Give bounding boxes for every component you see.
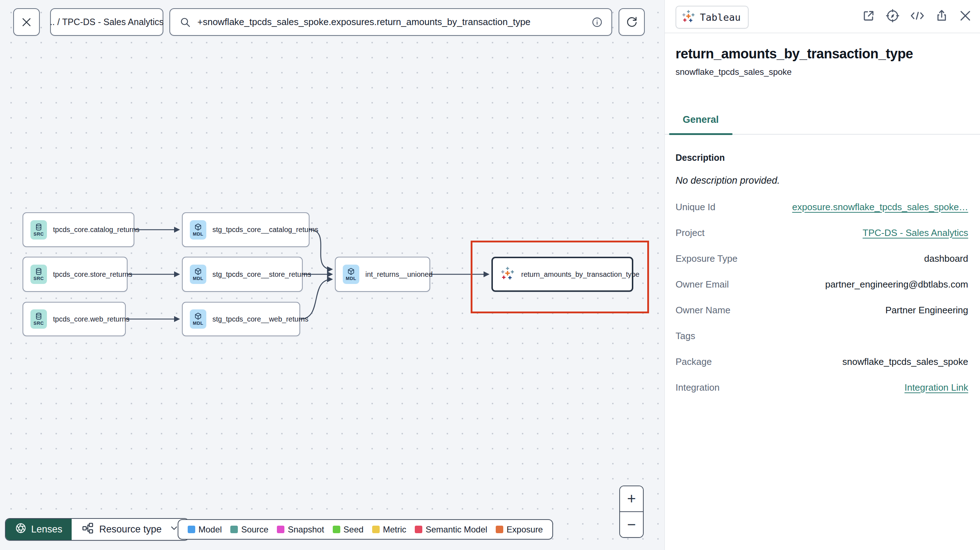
detail-row-project: ProjectTPC-DS - Sales Analytics	[676, 220, 968, 246]
legend-item-semantic-model: Semantic Model	[415, 525, 487, 535]
graph-node-stg_store[interactable]: MDLstg_tpcds_core__store_returns	[182, 257, 303, 292]
legend-item-model: Model	[188, 525, 222, 535]
node-label: tpcds_core.catalog_returns	[53, 226, 139, 234]
graph-node-src_catalog[interactable]: SRCtpcds_core.catalog_returns	[22, 212, 134, 247]
legend-label: Exposure	[506, 525, 542, 535]
aperture-icon	[15, 523, 27, 536]
detail-value: partner_engineering@dbtlabs.com	[825, 279, 968, 290]
detail-row-unique-id: Unique Idexposure.snowflake_tpcds_sales_…	[676, 194, 968, 220]
description-empty-text: No description provided.	[676, 175, 968, 186]
breadcrumb[interactable]: .. / TPC-DS - Sales Analytics	[50, 8, 163, 36]
detail-label: Owner Email	[676, 279, 729, 290]
lenses-toolbar: Lenses Resource type	[5, 518, 189, 541]
legend-item-exposure: Exposure	[496, 525, 542, 535]
model-badge-icon: MDL	[343, 265, 359, 284]
legend-swatch	[333, 526, 340, 533]
close-icon	[21, 16, 33, 28]
explore-compass-icon[interactable]	[885, 9, 900, 23]
node-label: int_returns__unioned	[365, 270, 433, 278]
detail-value: exposure.snowflake_tpcds_sales_spoke…	[792, 202, 968, 213]
detail-link[interactable]: exposure.snowflake_tpcds_sales_spoke…	[792, 202, 968, 212]
legend-label: Snapshot	[288, 525, 324, 535]
source-badge-icon: SRC	[30, 309, 47, 329]
details-panel: Tableau	[665, 0, 980, 550]
graph-node-stg_catalog[interactable]: MDLstg_tpcds_core__catalog_returns	[182, 212, 309, 247]
lenses-button[interactable]: Lenses	[6, 519, 72, 540]
zoom-out-button[interactable]: −	[620, 512, 643, 537]
resource-type-legend: ModelSourceSnapshotSeedMetricSemantic Mo…	[178, 519, 553, 540]
graph-node-src_web[interactable]: SRCtpcds_core.web_returns	[22, 302, 126, 336]
detail-label: Exposure Type	[676, 253, 738, 264]
tableau-logo-icon	[681, 9, 695, 25]
node-label: stg_tpcds_core__store_returns	[212, 270, 311, 278]
detail-label: Project	[676, 227, 705, 238]
panel-header: Tableau	[665, 0, 980, 33]
detail-row-integration: IntegrationIntegration Link	[676, 375, 968, 400]
graph-node-exposure[interactable]: return_amounts_by_transaction_type	[492, 257, 633, 292]
node-label: stg_tpcds_core__catalog_returns	[212, 226, 318, 234]
zoom-in-button[interactable]: +	[620, 486, 643, 512]
legend-label: Source	[241, 525, 268, 535]
legend-label: Metric	[383, 525, 406, 535]
node-label: stg_tpcds_core__web_returns	[212, 315, 309, 323]
resource-type-dropdown[interactable]: Resource type	[72, 519, 188, 540]
search-icon	[180, 16, 191, 28]
resource-type-icon	[82, 522, 94, 537]
lineage-search	[169, 8, 612, 36]
lineage-edge	[309, 230, 332, 270]
legend-label: Semantic Model	[426, 525, 487, 535]
detail-label: Owner Name	[676, 305, 730, 316]
legend-item-seed: Seed	[333, 525, 364, 535]
share-icon[interactable]	[935, 9, 948, 22]
legend-item-source: Source	[230, 525, 268, 535]
node-label: tpcds_core.store_returns	[53, 270, 132, 278]
details-list: Unique Idexposure.snowflake_tpcds_sales_…	[676, 194, 968, 400]
detail-row-package: Packagesnowflake_tpcds_sales_spoke	[676, 349, 968, 375]
graph-node-int_unioned[interactable]: MDLint_returns__unioned	[335, 257, 430, 292]
code-icon[interactable]	[910, 9, 925, 22]
package-subtitle: snowflake_tpcds_sales_spoke	[676, 67, 968, 77]
refresh-button[interactable]	[619, 8, 645, 36]
detail-row-exposure-type: Exposure Typedashboard	[676, 246, 968, 272]
close-panel-icon[interactable]	[959, 9, 972, 22]
tab-bar: General	[665, 114, 980, 135]
open-external-link-icon[interactable]	[862, 9, 875, 22]
detail-value: Partner Engineering	[885, 305, 968, 316]
lineage-edge	[300, 279, 332, 319]
detail-value: snowflake_tpcds_sales_spoke	[842, 356, 968, 367]
lineage-canvas[interactable]: SRCtpcds_core.catalog_returns SRCtpcds_c…	[0, 0, 665, 550]
legend-swatch	[277, 526, 285, 533]
page-title: return_amounts_by_transaction_type	[676, 46, 968, 62]
refresh-icon	[625, 16, 638, 29]
info-icon[interactable]	[591, 16, 603, 28]
source-badge-icon: SRC	[30, 265, 47, 284]
graph-node-src_store[interactable]: SRCtpcds_core.store_returns	[22, 257, 127, 292]
model-badge-icon: MDL	[190, 265, 206, 284]
detail-link[interactable]: Integration Link	[904, 382, 968, 393]
description-heading: Description	[676, 153, 968, 163]
model-badge-icon: MDL	[190, 309, 206, 329]
detail-link[interactable]: TPC-DS - Sales Analytics	[862, 227, 968, 238]
graph-node-stg_web[interactable]: MDLstg_tpcds_core__web_returns	[182, 302, 300, 336]
detail-label: Tags	[676, 331, 695, 342]
tab-general[interactable]: General	[669, 114, 732, 134]
detail-value: dashboard	[924, 253, 968, 264]
dbt-explorer-app: SRCtpcds_core.catalog_returns SRCtpcds_c…	[0, 0, 980, 550]
tableau-logo-icon	[500, 266, 515, 283]
legend-label: Seed	[344, 525, 364, 535]
legend-swatch	[188, 526, 195, 533]
close-lineage-button[interactable]	[13, 8, 40, 36]
legend-swatch	[230, 526, 238, 533]
panel-body: Description No description provided. Uni…	[665, 153, 980, 400]
detail-row-owner-name: Owner NamePartner Engineering	[676, 297, 968, 323]
legend-item-snapshot: Snapshot	[277, 525, 324, 535]
detail-label: Unique Id	[676, 202, 715, 213]
node-label: return_amounts_by_transaction_type	[521, 270, 640, 278]
detail-row-owner-email: Owner Emailpartner_engineering@dbtlabs.c…	[676, 272, 968, 297]
search-input[interactable]	[197, 16, 591, 27]
chevron-down-icon	[170, 524, 178, 535]
legend-label: Model	[199, 525, 222, 535]
detail-label: Integration	[676, 382, 720, 393]
legend-item-metric: Metric	[372, 525, 406, 535]
legend-swatch	[415, 526, 422, 533]
